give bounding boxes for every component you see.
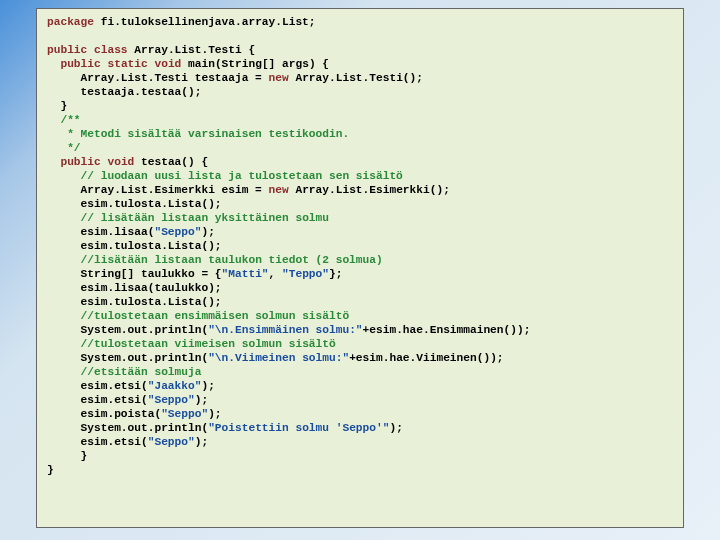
string-literal: "Teppo" — [282, 268, 329, 280]
string-literal: "\n.Ensimmäinen solmu:" — [208, 324, 362, 336]
comment: // luodaan uusi lista ja tulostetaan sen… — [81, 170, 403, 182]
keyword: new — [269, 184, 289, 196]
string-literal: "Jaakko" — [148, 380, 202, 392]
comment: // lisätään listaan yksittäinen solmu — [81, 212, 329, 224]
keyword: new — [269, 72, 289, 84]
keyword: public — [60, 156, 100, 168]
comment: //tulostetaan viimeisen solmun sisältö — [81, 338, 336, 350]
comment: //tulostetaan ensimmäisen solmun sisältö — [81, 310, 350, 322]
keyword: void — [107, 156, 134, 168]
keyword: class — [94, 44, 128, 56]
comment: //etsitään solmuja — [81, 366, 202, 378]
keyword: public — [47, 44, 87, 56]
string-literal: "Seppo" — [161, 408, 208, 420]
string-literal: "Poistettiin solmu 'Seppo'" — [208, 422, 389, 434]
string-literal: "Seppo" — [154, 226, 201, 238]
code-block: package fi.tuloksellinenjava.array.List;… — [36, 8, 684, 528]
comment: //lisätään listaan taulukon tiedot (2 so… — [81, 254, 383, 266]
keyword: static — [107, 58, 147, 70]
string-literal: "Matti" — [222, 268, 269, 280]
comment: /** * Metodi sisältää varsinaisen testik… — [47, 114, 349, 154]
string-literal: "Seppo" — [148, 394, 195, 406]
keyword: package — [47, 16, 94, 28]
keyword: public — [60, 58, 100, 70]
source-code: package fi.tuloksellinenjava.array.List;… — [47, 15, 673, 477]
string-literal: "Seppo" — [148, 436, 195, 448]
keyword: void — [154, 58, 181, 70]
string-literal: "\n.Viimeinen solmu:" — [208, 352, 349, 364]
